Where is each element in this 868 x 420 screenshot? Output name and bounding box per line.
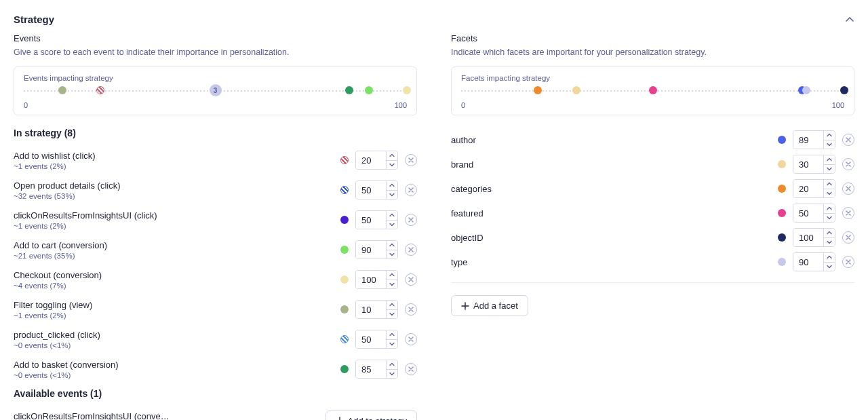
score-stepper[interactable] [355,151,398,170]
facet-color-swatch [778,160,786,168]
chevron-up-icon [827,206,832,210]
add-facet-button[interactable]: Add a facet [451,295,528,316]
score-stepper[interactable] [793,252,835,271]
scale-max: 100 [832,101,844,109]
remove-button[interactable] [842,134,854,146]
facet-name: categories [451,184,778,194]
remove-button[interactable] [405,184,417,196]
step-down-button[interactable] [387,161,397,170]
score-input[interactable] [793,131,823,149]
step-down-button[interactable] [824,140,835,149]
step-up-button[interactable] [387,301,397,310]
step-up-button[interactable] [387,211,397,221]
step-down-button[interactable] [824,214,835,223]
step-down-button[interactable] [824,238,835,247]
score-stepper[interactable] [793,179,835,198]
step-up-button[interactable] [387,151,397,161]
score-stepper[interactable] [793,204,835,223]
score-input[interactable] [356,360,386,378]
score-input[interactable] [356,301,386,318]
score-input[interactable] [356,151,386,169]
facet-row: brand [451,152,854,176]
step-up-button[interactable] [824,180,835,189]
score-input[interactable] [793,155,823,173]
event-row: Filter toggling (view) ~1 events (2%) [14,294,417,324]
close-icon [846,137,851,142]
step-up-button[interactable] [824,253,835,263]
step-down-button[interactable] [387,340,397,349]
scale-dot [802,86,810,94]
remove-button[interactable] [405,333,417,345]
chevron-up-icon [389,153,395,157]
remove-button[interactable] [842,158,854,170]
score-stepper[interactable] [355,300,398,319]
remove-button[interactable] [405,273,417,286]
step-up-button[interactable] [824,131,835,140]
chevron-down-icon [389,282,395,286]
step-up-button[interactable] [387,181,397,191]
score-input[interactable] [356,241,386,259]
facet-row: type [451,250,854,274]
step-up-button[interactable] [824,229,835,238]
step-down-button[interactable] [387,280,397,289]
event-name: clickOnResultsFromInsightsUI (click) [14,210,340,221]
event-color-swatch [340,305,349,313]
remove-button[interactable] [405,214,417,226]
remove-button[interactable] [405,154,417,166]
score-input[interactable] [356,181,386,199]
close-icon [846,161,851,167]
remove-button[interactable] [842,256,854,268]
score-stepper[interactable] [355,360,398,379]
remove-button[interactable] [842,207,854,219]
step-up-button[interactable] [387,360,397,370]
step-up-button[interactable] [824,155,835,165]
facet-row: author [451,128,854,152]
remove-button[interactable] [842,231,854,244]
chevron-down-icon [389,252,395,256]
remove-button[interactable] [405,363,417,375]
collapse-toggle[interactable] [845,15,854,24]
step-up-button[interactable] [387,241,397,250]
step-down-button[interactable] [824,165,835,174]
chevron-up-icon [389,183,395,187]
step-down-button[interactable] [387,250,397,259]
scale-dot [403,86,411,94]
facet-name: objectID [451,233,778,243]
step-down-button[interactable] [824,263,835,271]
score-input[interactable] [356,330,386,348]
score-stepper[interactable] [355,330,398,349]
score-stepper[interactable] [793,155,835,174]
step-up-button[interactable] [387,271,397,280]
step-up-button[interactable] [824,204,835,214]
close-icon [846,210,851,216]
score-stepper[interactable] [355,270,398,289]
remove-button[interactable] [842,183,854,195]
remove-button[interactable] [405,303,417,316]
step-up-button[interactable] [387,330,397,340]
step-down-button[interactable] [387,310,397,319]
add-to-strategy-button[interactable]: Add to strategy [326,411,417,421]
score-stepper[interactable] [355,180,398,199]
step-down-button[interactable] [387,370,397,379]
event-stats: ~4 events (7%) [14,282,340,290]
score-stepper[interactable] [793,228,835,247]
facets-heading: Facets [451,33,854,43]
chevron-up-icon [389,213,395,217]
score-input[interactable] [793,204,823,222]
step-down-button[interactable] [387,221,397,229]
chevron-down-icon [389,193,395,197]
scale-dot [649,86,657,94]
score-stepper[interactable] [355,210,398,229]
score-input[interactable] [793,253,823,271]
score-stepper[interactable] [355,240,398,259]
plus-icon [336,417,344,420]
remove-button[interactable] [405,244,417,256]
score-input[interactable] [793,229,823,246]
close-icon [408,217,414,223]
step-down-button[interactable] [824,189,835,198]
score-stepper[interactable] [793,130,835,149]
step-down-button[interactable] [387,191,397,199]
score-input[interactable] [356,211,386,229]
score-input[interactable] [793,180,823,197]
score-input[interactable] [356,271,386,288]
